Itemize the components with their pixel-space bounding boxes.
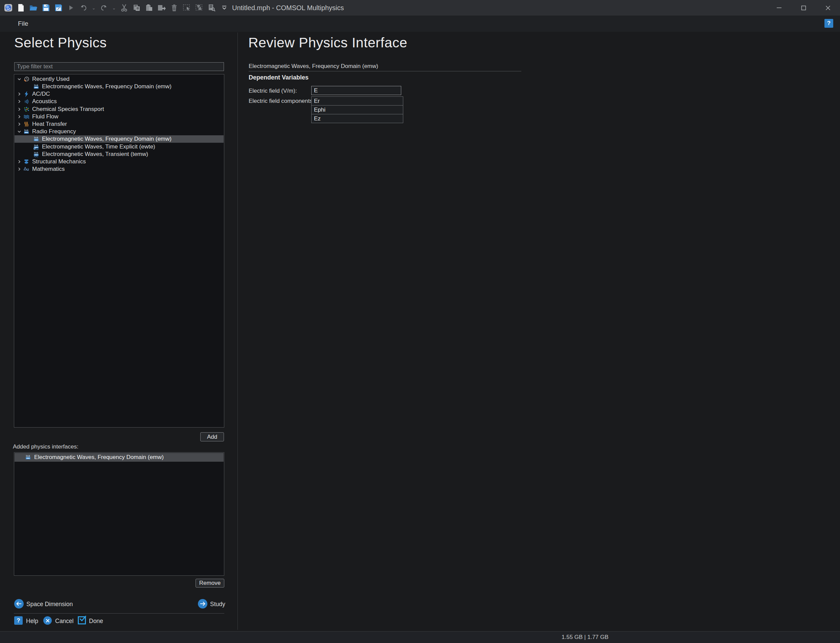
comsol-logo-icon (3, 2, 13, 13)
tree-item-radio-frequency[interactable]: Radio Frequency (15, 128, 224, 135)
chevron-right-icon[interactable] (17, 107, 22, 112)
chevron-right-icon[interactable] (17, 99, 22, 104)
undo-caret-icon[interactable]: ⌄ (91, 2, 96, 13)
back-space-dimension-button[interactable] (14, 599, 24, 609)
titlebar: ⌄ ⌄ (0, 0, 840, 16)
ewte-icon (33, 144, 39, 150)
open-file-icon[interactable] (28, 2, 39, 13)
chevron-right-icon[interactable] (17, 159, 22, 164)
tree-item-emw-transient[interactable]: Electromagnetic Waves, Transient (temw) (15, 150, 224, 158)
acdc-icon (23, 91, 29, 97)
tree-item-heat-transfer[interactable]: Heat Transfer (15, 121, 224, 128)
help-label[interactable]: Help (26, 618, 38, 625)
arrow-right-icon (200, 601, 205, 606)
toolbar-overflow-icon[interactable] (219, 2, 229, 13)
component-field-ez[interactable]: Ez (311, 114, 403, 123)
report-preview-icon[interactable] (207, 2, 217, 13)
physics-tree: Recently Used Electromagnetic Waves, Fre… (14, 74, 224, 428)
cut-icon[interactable] (119, 2, 129, 13)
chevron-right-icon[interactable] (17, 114, 22, 119)
quick-access-toolbar: ⌄ ⌄ (0, 0, 232, 16)
dependent-variables-heading: Dependent Variables (248, 74, 309, 81)
delete-icon[interactable] (169, 2, 179, 13)
footer-divider (14, 613, 224, 614)
statusbar: 1.55 GB | 1.77 GB (0, 631, 840, 643)
tree-item-acdc[interactable]: AC/DC (15, 90, 224, 98)
tree-item-emw-time-explicit[interactable]: Electromagnetic Waves, Time Explicit (ew… (15, 143, 224, 150)
done-button[interactable] (78, 616, 86, 624)
save-as-icon[interactable] (54, 2, 64, 13)
emw-icon (33, 136, 39, 142)
select-box-icon[interactable] (181, 2, 192, 13)
tree-item-chemical[interactable]: Chemical Species Transport (15, 106, 224, 113)
chevron-down-icon[interactable] (17, 129, 22, 134)
electric-field-input[interactable] (311, 86, 401, 95)
rf-icon (23, 129, 29, 135)
help-button[interactable]: ? (14, 616, 23, 625)
arrow-left-icon (16, 601, 22, 606)
undo-icon[interactable] (78, 2, 89, 13)
filter-input[interactable] (14, 62, 224, 71)
temw-icon (33, 151, 39, 157)
done-label[interactable]: Done (89, 618, 103, 625)
electric-field-components-label: Electric field components: (248, 98, 314, 104)
panel-divider (237, 33, 238, 630)
minimize-button[interactable] (767, 0, 791, 16)
tree-item-fluid-flow[interactable]: Fluid Flow (15, 113, 224, 121)
memory-usage: 1.55 GB | 1.77 GB (562, 634, 609, 641)
chemical-icon (23, 106, 29, 112)
close-button[interactable] (815, 0, 840, 16)
review-physics-title: Review Physics Interface (248, 35, 407, 51)
emw-icon (25, 454, 31, 460)
select-physics-title: Select Physics (14, 35, 107, 51)
math-icon (23, 166, 29, 172)
context-help-icon[interactable]: ? (824, 19, 833, 28)
new-file-icon[interactable] (16, 2, 26, 13)
maximize-button[interactable] (791, 0, 815, 16)
redo-icon[interactable] (99, 2, 109, 13)
tree-item-structural-mechanics[interactable]: Structural Mechanics (15, 158, 224, 165)
paste-icon[interactable] (144, 2, 154, 13)
remove-button[interactable]: Remove (196, 579, 224, 588)
check-icon (79, 615, 87, 622)
cancel-button[interactable] (43, 616, 52, 625)
added-interfaces-list: Electromagnetic Waves, Frequency Domain … (14, 452, 224, 576)
run-icon[interactable] (66, 2, 76, 13)
save-icon[interactable] (41, 2, 51, 13)
component-field-er[interactable]: Er (311, 96, 403, 106)
list-item-emw[interactable]: Electromagnetic Waves, Frequency Domain … (15, 453, 224, 462)
added-interfaces-label: Added physics interfaces: (13, 444, 78, 450)
cancel-label[interactable]: Cancel (55, 618, 74, 625)
copy-icon[interactable] (132, 2, 142, 13)
tree-item-emw-recent[interactable]: Electromagnetic Waves, Frequency Domain … (15, 83, 224, 90)
close-icon (46, 619, 50, 623)
menubar: File ? (0, 16, 840, 32)
electric-field-label: Electric field (V/m): (248, 88, 297, 95)
window-title: Untitled.mph - COMSOL Multiphysics (232, 0, 344, 16)
space-dimension-label[interactable]: Space Dimension (26, 601, 73, 608)
tree-item-mathematics[interactable]: Mathematics (15, 165, 224, 173)
recent-icon (23, 76, 29, 82)
emw-icon (33, 83, 39, 90)
deselect-icon[interactable] (194, 2, 204, 13)
redo-caret-icon[interactable]: ⌄ (111, 2, 117, 13)
component-field-ephi[interactable]: Ephi (311, 105, 403, 114)
tree-item-acoustics[interactable]: Acoustics (15, 98, 224, 105)
file-menu[interactable]: File (15, 16, 31, 32)
chevron-right-icon[interactable] (17, 122, 22, 127)
chevron-right-icon[interactable] (17, 167, 22, 171)
chevron-right-icon[interactable] (17, 91, 22, 96)
study-label[interactable]: Study (210, 601, 225, 608)
heat-icon (23, 121, 29, 127)
fluid-icon (23, 114, 29, 120)
tree-item-emw-frequency-domain[interactable]: Electromagnetic Waves, Frequency Domain … (15, 135, 224, 143)
tree-item-recently-used[interactable]: Recently Used (15, 75, 224, 83)
add-button[interactable]: Add (200, 432, 224, 441)
chevron-down-icon[interactable] (17, 77, 22, 82)
structural-icon (23, 158, 29, 165)
duplicate-icon[interactable] (157, 2, 167, 13)
comsol-window: ⌄ ⌄ (0, 0, 840, 643)
forward-study-button[interactable] (198, 599, 208, 609)
interface-name: Electromagnetic Waves, Frequency Domain … (248, 63, 378, 70)
acoustics-icon (23, 98, 29, 104)
